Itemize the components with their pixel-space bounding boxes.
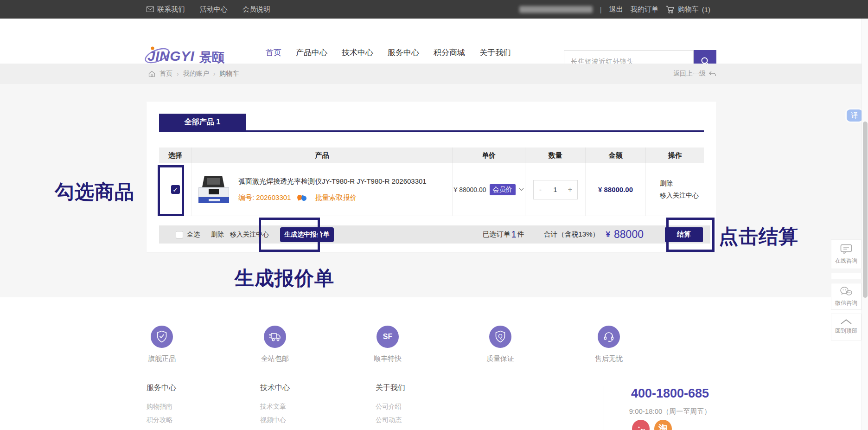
quantity-cell: - 1 + [525, 163, 585, 216]
jd-store-icon[interactable] [632, 420, 650, 430]
col-quantity: 数量 [525, 148, 585, 163]
online-chat-widget[interactable]: 在线咨询 [831, 239, 862, 269]
cart-item-row: ✓ 弧面激光焊接透光率检测仪JY-T980-R JY-T980-R 202603… [159, 163, 704, 216]
scrollbar-thumb[interactable] [863, 122, 868, 298]
nav-about[interactable]: 关于我们 [479, 47, 511, 61]
membership-info-link[interactable]: 会员说明 [243, 5, 270, 14]
activity-center-link[interactable]: 活动中心 [200, 5, 228, 14]
cart-link[interactable]: 购物车 (1) [666, 5, 710, 14]
chevron-down-icon[interactable] [519, 188, 524, 191]
delete-item-link[interactable]: 删除 [660, 180, 673, 188]
return-arrow-icon [708, 71, 716, 77]
footer-link-video-center[interactable]: 视频中心 [260, 416, 290, 424]
item-checkbox-checked[interactable]: ✓ [171, 185, 180, 194]
cart-table-header: 选择 产品 单价 数量 金额 操作 [159, 148, 704, 163]
qty-minus-button[interactable]: - [534, 186, 548, 194]
qty-plus-button[interactable]: + [563, 186, 577, 194]
product-title[interactable]: 弧面激光焊接透光率检测仪JY-T980-R JY-T980-R 20260330… [238, 177, 427, 186]
footer-link-points-strategy[interactable]: 积分攻略 [147, 416, 176, 424]
tab-all-products[interactable]: 全部产品 1 [159, 114, 246, 130]
selected-orders-label: 已选订单 [482, 230, 510, 239]
total-label: 合计（含税13%） [544, 230, 600, 239]
col-unit-price: 单价 [452, 148, 525, 163]
cart-card: 全部产品 1 选择 产品 单价 数量 金额 操作 ✓ 弧面激光焊接透光率检测仪J… [147, 102, 716, 252]
col-amount: 金额 [585, 148, 645, 163]
total-currency: ¥ [606, 230, 610, 239]
checkout-button[interactable]: 结算 [665, 227, 703, 242]
contact-us-link[interactable]: 联系我们 [147, 5, 185, 14]
wechat-chat-widget[interactable]: 微信咨询 [831, 283, 862, 310]
logo-text-en: JINGYI [147, 48, 194, 64]
headset-icon [603, 331, 615, 343]
footer-link-shopping-guide[interactable]: 购物指南 [147, 403, 176, 411]
footer-link-tech-articles[interactable]: 技术文章 [260, 403, 290, 411]
breadcrumb-cart: 购物车 [219, 70, 239, 78]
feature-label: 质量保证 [468, 354, 533, 363]
move-selected-link[interactable]: 移入关注中心 [230, 231, 269, 239]
select-all-label[interactable]: 全选 [187, 231, 200, 239]
feature-label: 全站包邮 [243, 354, 307, 363]
nav-technology[interactable]: 技术中心 [342, 47, 373, 61]
shield-check-icon [156, 330, 168, 343]
contact-us-label: 联系我们 [157, 5, 185, 14]
taobao-store-icon[interactable]: 淘 [654, 420, 672, 430]
topbar-divider: | [600, 6, 602, 13]
product-cell: 弧面激光焊接透光率检测仪JY-T980-R JY-T980-R 20260330… [191, 163, 452, 216]
logout-link[interactable]: 退出 [609, 5, 623, 14]
qty-value[interactable]: 1 [548, 186, 563, 193]
back-to-top-label: 回到顶部 [835, 327, 857, 335]
batch-quote-link[interactable]: 批量索取报价 [315, 193, 357, 202]
footer-col-about: 关于我们 公司介绍 公司动态 合作单位 [376, 383, 405, 430]
product-sn: 编号: 202603301 [238, 193, 291, 202]
footer-link-company-intro[interactable]: 公司介绍 [376, 403, 405, 411]
unit-price-cell: ¥ 88000.00 会员价 [452, 163, 525, 216]
topbar-account: | 退出 我的订单 购物车 (1) [519, 5, 710, 14]
quantity-stepper: - 1 + [533, 180, 578, 199]
nav-service[interactable]: 服务中心 [388, 47, 419, 61]
widget-spacer [831, 273, 862, 279]
member-price-badge[interactable]: 会员价 [490, 184, 516, 195]
annotation-check-product: 勾选商品 [55, 179, 134, 205]
footer-link-company-news[interactable]: 公司动态 [376, 416, 405, 424]
svg-text:SF: SF [383, 333, 393, 340]
col-select: 选择 [159, 148, 191, 163]
back-to-top-widget[interactable]: 回到顶部 [831, 314, 862, 340]
back-to-previous-link[interactable]: 返回上一级 [673, 70, 716, 78]
main-nav: 首页 产品中心 技术中心 服务中心 积分商城 关于我们 [266, 47, 511, 61]
delete-selected-link[interactable]: 删除 [211, 231, 224, 239]
brand-mark-icon [297, 194, 308, 201]
move-to-watch-link[interactable]: 移入关注中心 [660, 192, 699, 200]
breadcrumb-bar: 首页 › 我的账户 › 购物车 返回上一级 [0, 64, 868, 84]
breadcrumb-separator: › [177, 70, 179, 77]
col-product: 产品 [191, 148, 452, 163]
brand-logo[interactable]: JINGYI 景颐 [147, 46, 240, 66]
actions-cell: 删除 移入关注中心 [645, 163, 704, 216]
feature-label: 售后无忧 [576, 354, 641, 363]
wechat-chat-label: 微信咨询 [835, 299, 857, 307]
my-orders-link[interactable]: 我的订单 [631, 5, 658, 14]
generate-quote-button[interactable]: 生成选中报价单 [280, 227, 334, 242]
breadcrumb-account[interactable]: 我的账户 [183, 70, 209, 78]
select-cell: ✓ [159, 163, 191, 216]
page-scrollbar[interactable] [862, 19, 868, 430]
truck-icon [268, 331, 281, 342]
feature-sf-express: SF 顺丰特快 [355, 326, 420, 363]
nav-products[interactable]: 产品中心 [296, 47, 327, 61]
cart-count-badge: (1) [702, 6, 710, 13]
breadcrumb-home[interactable]: 首页 [160, 70, 172, 78]
cart-action-bar: 全选 删除 移入关注中心 生成选中报价单 已选订单 1 件 合计（含税13%） … [159, 225, 710, 244]
amount-cell: ¥ 88000.00 [585, 163, 645, 216]
product-thumbnail[interactable] [197, 176, 231, 203]
footer-col-tech: 技术中心 技术文章 视频中心 景颐论坛 [260, 383, 290, 430]
selected-unit: 件 [517, 230, 524, 239]
sf-icon: SF [381, 332, 395, 341]
footer-col-title: 关于我们 [376, 383, 405, 393]
topbar-links: 联系我们 活动中心 会员说明 [147, 5, 270, 14]
total-value: 88000 [614, 228, 644, 241]
service-hours: 9:00-18:00（周一至周五） [617, 407, 723, 416]
nav-points-mall[interactable]: 积分商城 [434, 47, 465, 61]
footer-col-title: 服务中心 [147, 383, 176, 393]
select-all-checkbox[interactable] [176, 231, 183, 238]
nav-home[interactable]: 首页 [266, 47, 281, 61]
translate-button[interactable]: 译 [847, 109, 862, 122]
